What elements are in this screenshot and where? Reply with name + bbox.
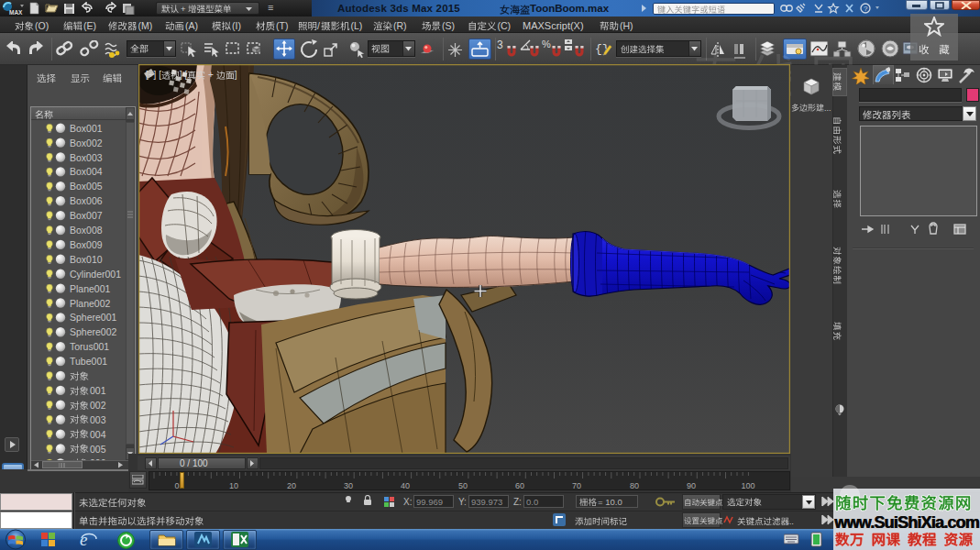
- svg-text:?: ?: [864, 5, 868, 13]
- svg-text:e: e: [80, 531, 87, 549]
- svg-text:0: 0: [174, 481, 179, 490]
- svg-text:100: 100: [741, 481, 754, 490]
- svg-text:10: 10: [229, 481, 238, 490]
- svg-text:90: 90: [687, 481, 696, 490]
- svg-text:80: 80: [630, 481, 639, 490]
- svg-text:50: 50: [458, 481, 468, 490]
- svg-text:30: 30: [344, 481, 353, 490]
- svg-text:70: 70: [572, 481, 581, 490]
- svg-text:40: 40: [401, 481, 410, 490]
- svg-text:3: 3: [497, 38, 503, 50]
- svg-text:MAX: MAX: [9, 9, 23, 16]
- svg-text:60: 60: [515, 481, 524, 490]
- svg-text:20: 20: [287, 481, 296, 490]
